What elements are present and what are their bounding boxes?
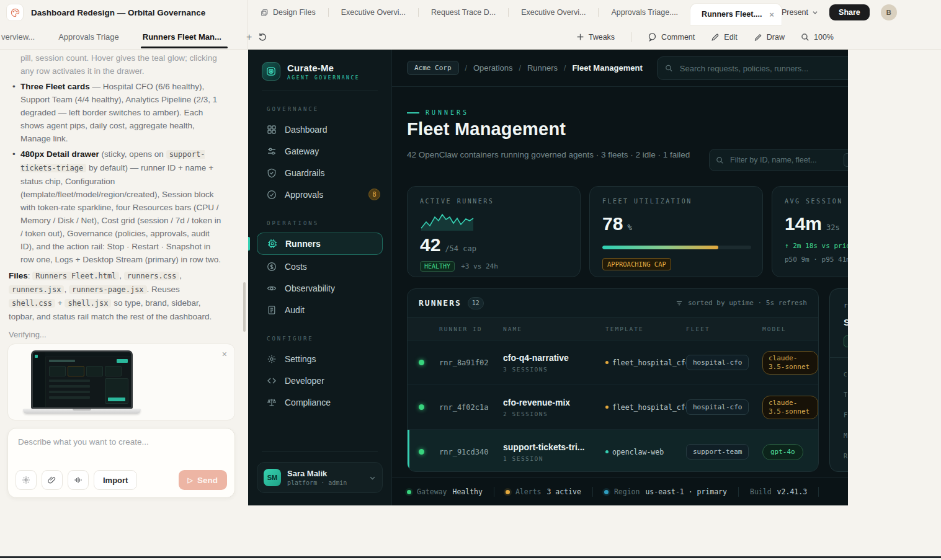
close-icon[interactable]: ×: [222, 349, 227, 359]
document-icon: [267, 305, 277, 315]
sidebar-item-dashboard[interactable]: Dashboard: [248, 118, 391, 140]
doc-tab-runners-fleet[interactable]: Runners Fleet Man...: [143, 32, 221, 42]
refresh-icon[interactable]: [258, 32, 267, 42]
col-name: NAME: [499, 326, 601, 332]
breadcrumb-operations[interactable]: Operations: [473, 63, 513, 73]
gear-icon: [267, 354, 277, 364]
brand-tagline: AGENT GOVERNANCE: [287, 75, 360, 81]
doc-tab-overview[interactable]: verview...: [1, 32, 35, 42]
message-bullet-list: Three Fleet cards — Hospital CFO (6/6 he…: [9, 80, 222, 266]
pen-icon: [711, 33, 720, 42]
sidebar-item-approvals[interactable]: Approvals 8: [248, 184, 391, 205]
breadcrumb-runners[interactable]: Runners: [527, 63, 558, 73]
sidebar-item-guardrails[interactable]: Guardrails: [248, 162, 391, 184]
present-button[interactable]: Present: [782, 8, 818, 17]
sidebar-item-costs[interactable]: Costs: [248, 256, 391, 277]
close-icon[interactable]: ×: [769, 11, 774, 19]
sidebar-item-developer[interactable]: Developer: [248, 370, 391, 391]
tab-runners-fleet-active[interactable]: Runners Fleet.... ×: [690, 4, 782, 25]
waveform-icon: [74, 476, 83, 484]
share-button[interactable]: Share: [829, 4, 870, 20]
doc-tab-approvals-triage[interactable]: Approvals Triage: [58, 32, 119, 42]
verification-thumbnail: [23, 350, 141, 414]
settings-button[interactable]: [16, 470, 37, 490]
dashboard-main: Acme Corp / Operations / Runners / Fleet…: [392, 50, 848, 505]
toolbar-actions: Tweaks Comment Edit Draw: [576, 32, 834, 42]
draw-button[interactable]: Draw: [754, 33, 785, 42]
model-chip: claude-3.5-sonnet: [762, 351, 818, 375]
global-search[interactable]: [657, 56, 848, 80]
filter-input[interactable]: [729, 155, 824, 165]
sort-control[interactable]: sorted by uptime · 5s refresh: [676, 299, 807, 307]
sidebar-item-compliance[interactable]: Compliance: [248, 391, 391, 413]
table-row[interactable]: rnr_8a91f02 cfo-q4-narrative 3 SESSIONS …: [408, 340, 818, 385]
comment-button[interactable]: Comment: [648, 32, 695, 42]
status-dot: [419, 360, 424, 365]
send-button[interactable]: ▷ Send: [179, 470, 227, 490]
user-card[interactable]: SM Sara Malik platform · admin: [257, 462, 383, 493]
drawer-section-label: CO: [844, 371, 848, 378]
paperclip-icon: [48, 476, 56, 484]
prompt-input[interactable]: [18, 437, 225, 463]
tab-approvals-triage[interactable]: Approvals Triage....: [599, 0, 690, 25]
col-fleet: FLEET: [682, 326, 758, 332]
section-label-operations: OPERATIONS: [267, 220, 391, 226]
fleet-chip: hospital-cfo: [686, 399, 749, 415]
panel-scrollbar[interactable]: [243, 282, 246, 332]
shield-check-icon: [267, 168, 277, 178]
import-button[interactable]: Import: [94, 470, 137, 490]
brand-logo-icon[interactable]: [262, 62, 280, 81]
stat-card-avg-session: AVG SESSION DU 14m 32s ↑ 2m 18s vs prio …: [772, 186, 848, 277]
secondary-bar: verview... Approvals Triage Runners Flee…: [0, 25, 941, 50]
voice-button[interactable]: [68, 470, 89, 490]
code-icon: [267, 376, 277, 386]
dashboard-topbar: Acme Corp / Operations / Runners / Fleet…: [392, 50, 848, 87]
status-region: Region us-east-1 · primary: [604, 487, 727, 496]
header-actions: Present Share B: [782, 4, 941, 20]
file-tabs: Design Files Executive Overvi... Request…: [248, 0, 782, 25]
tab-executive-overview-2[interactable]: Executive Overvi...: [509, 0, 598, 25]
drawer-title: SU: [844, 317, 848, 327]
tab-request-trace[interactable]: Request Trace D...: [419, 0, 508, 25]
sidebar-item-observability[interactable]: Observability: [248, 277, 391, 299]
files-paragraph: Files: Runners Fleet.html, runners.css, …: [9, 269, 222, 323]
table-row-selected[interactable]: rnr_91cd340 support-tickets-tri... 1 SES…: [408, 430, 818, 472]
tweaks-button[interactable]: Tweaks: [576, 33, 615, 42]
table-row[interactable]: rnr_4f02c1a cfo-revenue-mix 2 SESSIONS f…: [408, 385, 818, 430]
zoom-control[interactable]: 100%: [801, 33, 834, 42]
section-label-governance: GOVERNANCE: [267, 106, 391, 112]
sidebar-item-runners[interactable]: Runners: [257, 233, 383, 255]
approaching-cap-badge: APPROACHING CAP: [602, 258, 671, 270]
chevron-down-icon: [369, 474, 376, 481]
sidebar-divider: [262, 451, 378, 452]
grid-icon: [267, 125, 277, 135]
app-logo[interactable]: [6, 4, 24, 21]
code-chip: Runners Fleet.html: [32, 272, 119, 280]
status-divider: [818, 487, 819, 497]
verifying-status: Verifying...: [9, 330, 47, 339]
sidebar-item-gateway[interactable]: Gateway: [248, 140, 391, 162]
left-panel: pill, session count. Hover gives the tea…: [0, 50, 248, 560]
gear-icon: [22, 476, 30, 484]
attach-button[interactable]: [42, 470, 63, 490]
runner-detail-drawer: rn SU RU CO TE FL MO RE: [829, 288, 848, 472]
sidebar-item-settings[interactable]: Settings: [248, 348, 391, 370]
template-dot: [605, 361, 609, 364]
amber-status-dot: [506, 490, 510, 494]
code-chip: runners.jsx: [9, 285, 64, 294]
user-avatar[interactable]: B: [881, 4, 897, 20]
composer-actions: Import ▷ Send: [16, 470, 227, 490]
search-input[interactable]: [679, 63, 847, 74]
drawer-field-region: RE: [844, 453, 848, 460]
breadcrumb-org-chip[interactable]: Acme Corp: [407, 61, 459, 75]
edit-button[interactable]: Edit: [711, 33, 738, 42]
status-build: Build v2.41.3: [750, 487, 807, 496]
sidebar-item-audit[interactable]: Audit: [248, 299, 391, 321]
app-header: Dashboard Redesign — Orbital Governance …: [0, 0, 941, 25]
pencil-icon: [754, 33, 762, 42]
table-title: RUNNERS: [419, 298, 462, 308]
tab-design-files[interactable]: Design Files: [248, 0, 328, 25]
tab-executive-overview-1[interactable]: Executive Overvi...: [329, 0, 418, 25]
runner-count-badge: 12: [468, 297, 484, 309]
fleet-filter[interactable]: /: [709, 149, 848, 171]
